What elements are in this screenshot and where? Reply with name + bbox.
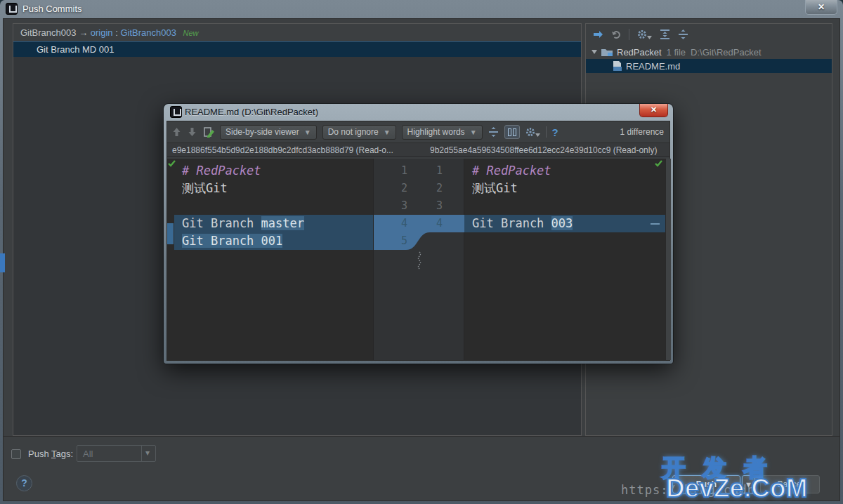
left-error-stripe (167, 159, 174, 360)
tree-file-name: README.md (626, 61, 680, 72)
fold-marker-icon[interactable] (416, 251, 423, 270)
code-line-changed: Git Branch 003 (464, 215, 665, 232)
right-line-numbers: 1 2 3 4 (412, 159, 443, 232)
previous-difference-icon[interactable] (173, 128, 183, 136)
revision-headers: e9e1886f554b5d9d2e188db9c2dfcd3acb888d79… (167, 142, 669, 157)
inspections-ok-icon (168, 160, 176, 167)
ignore-policy-combo[interactable]: Do not ignore ▼ (322, 125, 396, 140)
diff-right-pane[interactable]: # RedPacket 测试Git Git Branch 003 (464, 159, 665, 360)
left-line-numbers: 1 2 3 4 5 (377, 159, 407, 250)
local-branch: GitBranch003 (20, 27, 77, 38)
chevron-down-icon[interactable] (141, 446, 155, 461)
settings-icon[interactable] (637, 29, 652, 39)
diff-toolbar: Side-by-side viewer ▼ Do not ignore ▼ Hi… (167, 121, 669, 142)
help-button[interactable]: ? (16, 475, 32, 491)
code-line: 测试Git (174, 180, 373, 197)
expand-all-icon[interactable] (660, 29, 670, 39)
ignore-combo-value: Do not ignore (328, 127, 379, 137)
diff-left-pane[interactable]: # RedPacket 测试Git Git Branch master Git … (174, 159, 373, 360)
background-artifact (0, 253, 5, 272)
difference-count: 1 difference (620, 127, 665, 137)
revert-icon[interactable] (611, 30, 621, 39)
toolbar-separator (546, 126, 547, 138)
changed-word: master (261, 216, 304, 230)
viewer-combo[interactable]: Side-by-side viewer ▼ (220, 125, 317, 140)
changed-word: 003 (551, 216, 573, 230)
edit-source-icon[interactable] (204, 127, 214, 138)
push-tags-value: All (83, 449, 93, 459)
folder-icon (601, 48, 613, 56)
app-icon (170, 106, 182, 118)
diff-gutter: 1 2 3 4 5 1 2 3 4 (373, 159, 464, 360)
left-revision-label: e9e1886f554b5d9d2e188db9c2dfcd3acb888d79… (172, 145, 393, 155)
settings-icon[interactable] (525, 127, 540, 137)
chevron-down-icon[interactable] (592, 50, 597, 54)
push-tags-combo[interactable]: All (77, 445, 156, 462)
highlight-combo-value: Highlight words (407, 127, 465, 137)
diff-editor: # RedPacket 测试Git Git Branch master Git … (167, 159, 669, 360)
highlight-policy-combo[interactable]: Highlight words ▼ (402, 125, 483, 140)
branch-row[interactable]: GitBranch003 → origin : GitBranch003 New (13, 24, 581, 41)
tree-file-row[interactable]: README.md (586, 59, 832, 73)
collapse-unchanged-icon[interactable] (488, 127, 499, 137)
remote-link[interactable]: origin (91, 27, 113, 38)
code-line (174, 197, 373, 215)
markdown-file-icon (613, 61, 622, 71)
tree-root-name: RedPacket (617, 47, 662, 58)
help-icon[interactable]: ? (552, 126, 558, 138)
window-title: Push Commits (22, 4, 82, 14)
diff-scrollbar[interactable] (665, 159, 671, 360)
change-end-marker (651, 223, 660, 225)
dialog-client: Side-by-side viewer ▼ Do not ignore ▼ Hi… (166, 121, 670, 361)
window-titlebar[interactable]: Push Commits ✕ (0, 0, 843, 18)
viewer-combo-value: Side-by-side viewer (226, 127, 299, 137)
toolbar-separator (629, 29, 629, 40)
chevron-down-icon: ▼ (470, 128, 477, 136)
next-difference-icon[interactable] (188, 128, 198, 136)
close-icon[interactable]: ✕ (805, 0, 837, 15)
change-stripe-marker[interactable] (167, 223, 174, 244)
footer-separator (4, 436, 839, 437)
code-line: 测试Git (464, 180, 665, 197)
code-line-changed: Git Branch master (174, 215, 373, 232)
code-line: # RedPacket (464, 162, 665, 180)
show-diff-icon[interactable] (593, 30, 603, 39)
watermark-brand: DevZe.CoM (666, 474, 807, 503)
changed-word: Git Branch 001 (182, 234, 282, 248)
arrow-icon: → (79, 27, 88, 38)
inspections-ok-icon (655, 160, 662, 167)
close-icon[interactable]: ✕ (639, 104, 668, 117)
diff-dialog: README.md (D:\Git\RedPacket) ✕ Side-by-s… (164, 104, 673, 364)
dialog-title: README.md (D:\Git\RedPacket) (185, 107, 318, 117)
commit-row[interactable]: Git Branch MD 001 (13, 41, 581, 57)
collapse-all-icon[interactable] (678, 29, 688, 39)
app-icon (6, 3, 18, 15)
tree-root-meta: 1 file (667, 47, 686, 58)
tree-root-path: D:\Git\RedPacket (691, 47, 761, 58)
code-line-changed: Git Branch 001 (174, 232, 373, 250)
remote-branch-link[interactable]: GitBranch003 (120, 27, 176, 38)
tree-root-row[interactable]: RedPacket 1 file D:\Git\RedPacket (586, 45, 832, 59)
sync-scroll-toggle[interactable] (504, 125, 520, 139)
code-line (464, 197, 665, 215)
push-tags-label: Push Tags: (28, 449, 73, 459)
code-line: # RedPacket (174, 162, 373, 180)
details-toolbar (586, 24, 832, 45)
right-revision-label: 9b2d55ae4a59634508ffee6d12ecc24e39d10cc9… (430, 145, 657, 155)
new-badge: New (183, 29, 199, 37)
push-tags-checkbox[interactable] (11, 449, 21, 459)
chevron-down-icon: ▼ (384, 128, 391, 136)
colon: : (115, 27, 118, 38)
chevron-down-icon: ▼ (304, 128, 311, 136)
